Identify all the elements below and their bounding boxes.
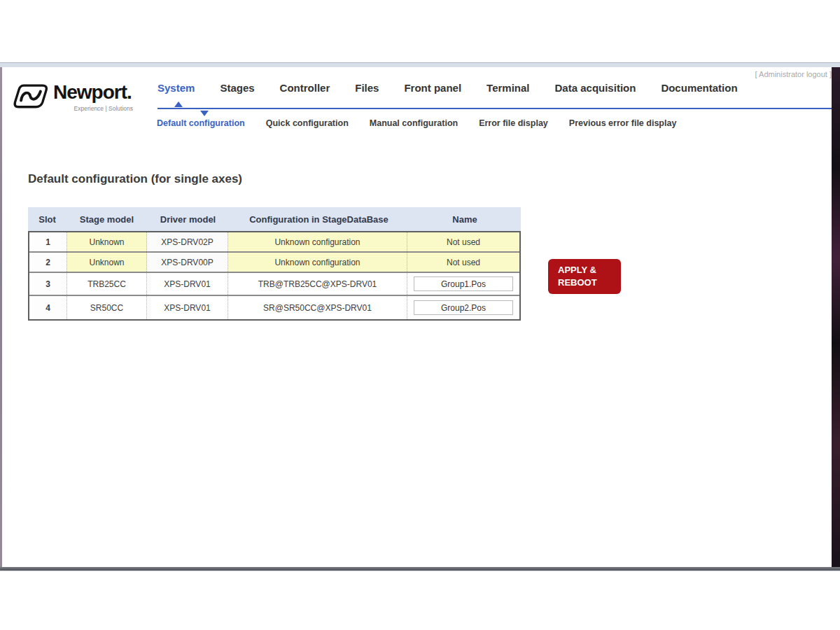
cell-configuration: TRB@TRB25CC@XPS-DRV01 (228, 273, 407, 295)
cell-driver-model: XPS-DRV01 (147, 296, 228, 319)
cell-configuration: Unknown configuration (228, 253, 407, 272)
administrator-logout-link[interactable]: [ Administrator logout ] (755, 70, 832, 78)
table-row: 3 TRB25CC XPS-DRV01 TRB@TRB25CC@XPS-DRV0… (29, 273, 519, 296)
nav-item-front-panel[interactable]: Front panel (404, 82, 461, 94)
nav-item-documentation[interactable]: Documentation (661, 82, 737, 94)
cell-driver-model: XPS-DRV02P (147, 232, 228, 251)
cell-driver-model: XPS-DRV01 (147, 273, 228, 295)
header-configuration: Configuration in StageDataBase (229, 207, 409, 231)
active-subtab-arrow-down-icon (200, 111, 209, 116)
cell-stage-model: Unknown (67, 253, 147, 272)
default-configuration-table: Slot Stage model Driver model Configurat… (28, 207, 521, 321)
header-driver-model: Driver model (147, 207, 229, 231)
table-row: 2 Unknown XPS-DRV00P Unknown configurati… (29, 253, 519, 273)
header-slot: Slot (28, 207, 66, 231)
newport-tagline: Experience | Solutions (66, 105, 133, 112)
table-header-row: Slot Stage model Driver model Configurat… (28, 207, 521, 231)
cell-slot: 1 (29, 232, 67, 251)
cell-name (407, 273, 519, 295)
nav-item-terminal[interactable]: Terminal (486, 82, 529, 94)
table-row: 4 SR50CC XPS-DRV01 SR@SR50CC@XPS-DRV01 (29, 296, 519, 319)
newport-logo-icon (13, 82, 49, 110)
subnav-item-quick-configuration[interactable]: Quick configuration (266, 118, 349, 128)
cell-driver-model: XPS-DRV00P (147, 253, 228, 272)
cell-stage-model: Unknown (67, 232, 147, 251)
header-name: Name (409, 207, 521, 231)
main-nav: System Stages Controller Files Front pan… (158, 82, 738, 94)
subnav-item-previous-error-file-display[interactable]: Previous error file display (569, 118, 677, 128)
nav-item-data-acquisition[interactable]: Data acquisition (555, 82, 636, 94)
cell-name (407, 296, 519, 319)
subnav-item-manual-configuration[interactable]: Manual configuration (370, 118, 458, 128)
newport-wordmark: Newport. (53, 81, 132, 104)
cell-slot: 3 (29, 273, 67, 295)
cell-name: Not used (407, 253, 519, 272)
cell-configuration: SR@SR50CC@XPS-DRV01 (228, 296, 407, 319)
cell-configuration: Unknown configuration (228, 232, 407, 251)
system-sub-nav: Default configuration Quick configuratio… (157, 118, 676, 128)
subnav-item-default-configuration[interactable]: Default configuration (157, 118, 245, 128)
window-top-strip (0, 62, 840, 67)
group-name-input-slot4[interactable] (414, 300, 513, 315)
window-bottom-bar (0, 567, 840, 571)
window-right-edge (832, 67, 840, 568)
active-tab-arrow-up-icon (174, 102, 183, 107)
cell-name: Not used (407, 232, 519, 251)
nav-item-system[interactable]: System (158, 82, 195, 94)
nav-item-files[interactable]: Files (355, 82, 379, 94)
apply-reboot-line2: REBOOT (558, 277, 597, 288)
cell-stage-model: SR50CC (67, 296, 147, 319)
apply-reboot-line1: APPLY & (558, 265, 596, 275)
window-left-edge (0, 67, 2, 568)
subnav-item-error-file-display[interactable]: Error file display (479, 118, 548, 128)
page-title: Default configuration (for single axes) (28, 172, 242, 186)
table-body: 1 Unknown XPS-DRV02P Unknown configurati… (28, 231, 521, 321)
nav-item-controller[interactable]: Controller (280, 82, 330, 94)
table-row: 1 Unknown XPS-DRV02P Unknown configurati… (29, 232, 519, 253)
cell-slot: 4 (29, 296, 67, 319)
apply-reboot-button[interactable]: APPLY & REBOOT (548, 259, 621, 294)
header-stage-model: Stage model (66, 207, 147, 231)
nav-underline (158, 108, 832, 109)
cell-slot: 2 (29, 253, 67, 272)
cell-stage-model: TRB25CC (67, 273, 147, 295)
nav-item-stages[interactable]: Stages (220, 82, 254, 94)
group-name-input-slot3[interactable] (414, 276, 513, 291)
